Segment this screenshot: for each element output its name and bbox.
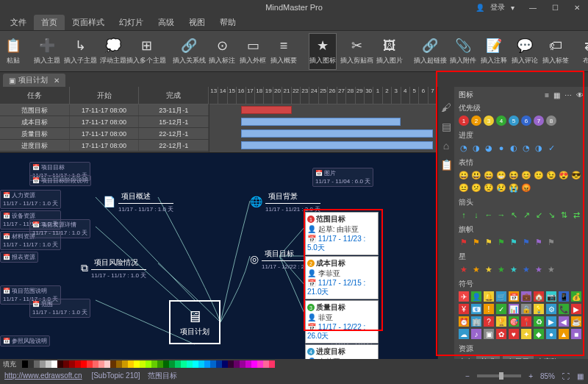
color-swatch[interactable] bbox=[98, 360, 104, 368]
progress-icon[interactable]: ◑ bbox=[534, 143, 544, 153]
ribbon-插入关系线[interactable]: 🔗插入关系线 bbox=[173, 33, 204, 70]
symbol-icon[interactable]: ♥ bbox=[509, 329, 519, 339]
priority-6[interactable]: 6 bbox=[521, 115, 531, 126]
ribbon-插入附件[interactable]: 📎插入附件 bbox=[450, 33, 476, 70]
panel-tab-layout-icon[interactable]: ▤ bbox=[442, 121, 451, 132]
color-swatch[interactable] bbox=[245, 360, 251, 368]
progress-icon[interactable]: ◔ bbox=[459, 143, 469, 153]
symbol-icon[interactable]: ⏰ bbox=[459, 316, 469, 327]
symbol-icon[interactable]: 🔒 bbox=[521, 304, 531, 314]
zoom-slider[interactable] bbox=[477, 374, 521, 377]
color-swatch[interactable] bbox=[116, 360, 122, 368]
progress-icon[interactable]: ◔ bbox=[521, 143, 531, 153]
symbol-icon[interactable]: ▶ bbox=[546, 316, 556, 327]
star-icon[interactable]: ★ bbox=[484, 264, 494, 274]
arrow-icon[interactable]: ⇅ bbox=[559, 210, 569, 220]
color-swatch[interactable] bbox=[146, 360, 151, 368]
progress-icon[interactable]: ● bbox=[496, 143, 506, 153]
panel-tab-clipboard-icon[interactable]: 📋 bbox=[440, 159, 453, 171]
symbol-icon[interactable]: ✈ bbox=[459, 291, 469, 302]
gantt-row[interactable]: 成本目标17-11-17 08:0015-12月-1 bbox=[0, 116, 209, 128]
symbol-icon[interactable]: ☁ bbox=[459, 329, 469, 339]
small-node[interactable]: 📅 人力资源11/17 - 11/17 : 1.0 天 bbox=[0, 190, 61, 209]
flag-icon[interactable]: ⚑ bbox=[496, 237, 506, 247]
symbol-icon[interactable]: 📧 bbox=[471, 304, 481, 314]
star-icon[interactable]: ★ bbox=[534, 264, 544, 274]
star-icon[interactable]: ★ bbox=[546, 264, 556, 274]
color-swatch[interactable] bbox=[110, 360, 116, 368]
color-swatch[interactable] bbox=[128, 360, 134, 368]
symbol-icon[interactable]: 💰 bbox=[571, 291, 581, 302]
symbol-icon[interactable]: ✓ bbox=[496, 304, 506, 314]
ribbon-插入子主题[interactable]: ↳插入子主题 bbox=[65, 33, 96, 70]
symbol-icon[interactable]: ? bbox=[484, 316, 494, 327]
flag-icon[interactable]: ⚑ bbox=[471, 237, 481, 247]
main-node[interactable]: 🖥 项目计划 bbox=[169, 300, 220, 344]
menu-0[interactable]: 文件 bbox=[3, 15, 34, 30]
resource-item[interactable]: 李商隐 bbox=[537, 357, 559, 359]
face-icon[interactable]: 😉 bbox=[546, 170, 556, 180]
flag-icon[interactable]: ⚑ bbox=[546, 237, 556, 247]
small-node[interactable]: 📅 参照风险说明 bbox=[0, 335, 50, 346]
color-swatch[interactable] bbox=[157, 360, 163, 368]
color-swatch[interactable] bbox=[198, 360, 204, 368]
star-icon[interactable]: ★ bbox=[459, 264, 469, 274]
face-icon[interactable]: 😢 bbox=[496, 182, 506, 193]
color-swatch[interactable] bbox=[122, 360, 128, 368]
symbol-icon[interactable]: 🏢 bbox=[471, 316, 481, 327]
star-icon[interactable]: ★ bbox=[521, 264, 531, 274]
menu-3[interactable]: 幻灯片 bbox=[112, 15, 151, 30]
color-swatch[interactable] bbox=[46, 360, 51, 368]
resource-item[interactable]: 李白 bbox=[459, 357, 473, 359]
gantt-row[interactable]: 质量目标17-11-17 08:0022-12月-1 bbox=[0, 128, 209, 140]
gantt-bar[interactable] bbox=[241, 106, 291, 114]
star-icon[interactable]: ★ bbox=[496, 264, 506, 274]
zoom-in-icon[interactable]: + bbox=[528, 372, 533, 380]
ribbon-插入图片[interactable]: 🖼插入图片 bbox=[376, 33, 403, 70]
symbol-icon[interactable]: 📱 bbox=[559, 291, 569, 302]
face-icon[interactable]: 😆 bbox=[509, 170, 519, 180]
status-url[interactable]: http://www.edrawsoft.cn bbox=[4, 371, 82, 380]
color-swatch[interactable] bbox=[210, 360, 216, 368]
dropdown-icon[interactable]: ▾ bbox=[511, 4, 514, 12]
color-swatch[interactable] bbox=[57, 360, 63, 368]
face-icon[interactable]: 😁 bbox=[496, 170, 506, 180]
symbol-icon[interactable]: ¥ bbox=[459, 304, 469, 314]
goal-card[interactable]: 4进度目标👤 由菲亚📅 11/17 - 12/22 : 26.0天 bbox=[305, 344, 379, 359]
options-icon[interactable]: ⋯ bbox=[564, 91, 572, 99]
flag-icon[interactable]: ⚑ bbox=[509, 237, 519, 247]
ribbon-粘贴[interactable]: 📋粘贴 bbox=[4, 33, 22, 70]
small-node[interactable]: 📅 范围11/17 - 11/17 : 1.0 天 bbox=[29, 299, 90, 318]
color-swatch[interactable] bbox=[22, 360, 28, 368]
symbol-icon[interactable]: 📊 bbox=[509, 304, 519, 314]
node-risk[interactable]: ⧉ 项目风险情况 11/17 - 11/17 : 1.0 天 bbox=[81, 256, 146, 280]
ribbon-插入评论[interactable]: 💬插入评论 bbox=[512, 33, 538, 70]
face-icon[interactable]: 😕 bbox=[471, 182, 481, 193]
symbol-icon[interactable]: 🏠 bbox=[534, 291, 544, 302]
color-swatch[interactable] bbox=[87, 360, 93, 368]
color-swatch[interactable] bbox=[204, 360, 210, 368]
arrow-icon[interactable]: ↙ bbox=[534, 210, 544, 220]
flag-icon[interactable]: ⚑ bbox=[521, 237, 531, 247]
priority-3[interactable]: 3 bbox=[484, 115, 494, 126]
small-node[interactable]: 📅 报表资源 bbox=[0, 252, 38, 263]
panel-tab-brush-icon[interactable]: 🖌 bbox=[441, 102, 451, 113]
symbol-icon[interactable]: 🛒 bbox=[496, 291, 506, 302]
symbol-icon[interactable]: ✦ bbox=[521, 329, 531, 339]
symbol-icon[interactable]: 📅 bbox=[509, 291, 519, 302]
symbol-icon[interactable]: ■ bbox=[571, 329, 581, 339]
ribbon-插入外框[interactable]: ▭插入外框 bbox=[240, 33, 266, 70]
face-icon[interactable]: 😡 bbox=[521, 182, 531, 193]
small-node[interactable]: 📅 项目目标阶段说明 bbox=[29, 175, 91, 186]
color-swatch[interactable] bbox=[234, 360, 240, 368]
ribbon-布局[interactable]: ⇄布局 bbox=[581, 33, 588, 70]
flag-icon[interactable]: ⚑ bbox=[534, 237, 544, 247]
color-swatch[interactable] bbox=[134, 360, 140, 368]
arrow-icon[interactable]: ↖ bbox=[509, 210, 519, 220]
color-swatch[interactable] bbox=[104, 360, 110, 368]
color-swatch[interactable] bbox=[222, 360, 228, 368]
symbol-icon[interactable]: ▣ bbox=[484, 329, 494, 339]
small-node[interactable]: 📅 图片11/17 - 11/04 : 6.0 天 bbox=[312, 168, 373, 187]
face-icon[interactable]: 😭 bbox=[509, 182, 519, 193]
face-icon[interactable]: 😎 bbox=[571, 170, 581, 180]
